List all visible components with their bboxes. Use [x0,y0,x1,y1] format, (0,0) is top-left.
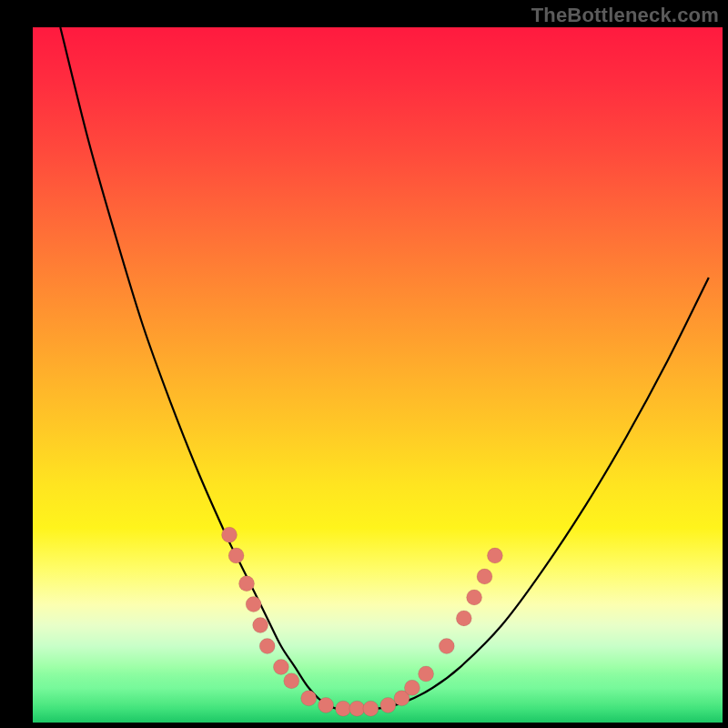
data-marker [259,639,275,654]
plot-area [33,27,723,723]
data-marker [253,618,268,633]
bottleneck-curve [60,27,709,709]
data-marker [439,639,454,654]
data-marker [456,611,471,626]
data-marker [273,659,288,674]
data-marker [477,569,492,584]
watermark-text: TheBottleneck.com [531,4,719,27]
data-marker [349,701,365,716]
data-marker [467,590,482,605]
data-marker [380,697,396,713]
data-marker [404,680,420,695]
data-marker [228,548,244,563]
data-marker [336,701,351,716]
data-marker [487,548,502,563]
chart-frame: TheBottleneck.com [0,0,728,728]
data-marker [222,527,238,542]
data-marker [246,597,261,612]
data-marker [301,691,317,706]
data-marker [239,576,255,592]
curve-svg [33,27,723,723]
data-marker [284,673,299,689]
marker-layer [222,527,503,716]
data-marker [363,701,379,716]
data-marker [318,697,334,713]
data-marker [419,666,434,682]
